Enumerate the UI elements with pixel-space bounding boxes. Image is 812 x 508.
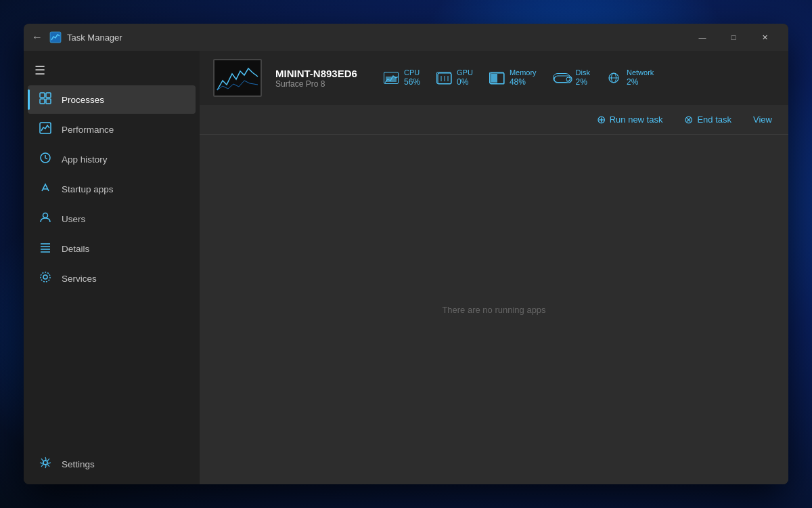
services-icon (39, 271, 52, 286)
metric-gpu: GPU 0% (436, 68, 473, 87)
details-icon (39, 241, 52, 256)
minimize-button[interactable]: — (687, 24, 718, 51)
cpu-value: 56% (404, 77, 420, 87)
sidebar-item-users[interactable]: Users (28, 205, 196, 233)
settings-icon (39, 457, 52, 471)
sidebar-item-app-history[interactable]: App history (28, 145, 196, 173)
performance-label: Performance (62, 125, 114, 135)
startup-icon (39, 182, 52, 196)
app-history-icon (39, 152, 52, 167)
cpu-mini-graph (384, 72, 399, 84)
sidebar-item-services[interactable]: Services (28, 264, 196, 293)
empty-message: There are no running apps (442, 305, 545, 315)
disk-value: 2% (576, 77, 590, 87)
startup-apps-label: Startup apps (62, 184, 114, 194)
users-icon (39, 211, 52, 226)
cpu-text: CPU 56% (404, 68, 420, 87)
svg-point-8 (43, 213, 48, 218)
disk-text: Disk 2% (576, 68, 590, 87)
metric-network: Network 2% (606, 68, 654, 87)
computer-info: MININT-N893ED6 Surface Pro 8 (275, 68, 370, 89)
window-controls: — □ ✕ (687, 24, 780, 51)
view-label: View (753, 114, 772, 125)
gpu-value: 0% (457, 77, 473, 87)
processes-icon (39, 92, 52, 107)
hamburger-button[interactable]: ☰ (24, 56, 200, 85)
computer-model: Surface Pro 8 (275, 79, 370, 89)
run-new-task-icon: ⊕ (597, 113, 606, 126)
svg-rect-4 (46, 99, 51, 104)
svg-rect-3 (40, 99, 45, 104)
sidebar-bottom: Settings (24, 449, 200, 484)
maximize-button[interactable]: □ (718, 24, 749, 51)
network-text: Network 2% (627, 68, 654, 87)
window-body: ☰ Processes (24, 51, 788, 484)
metric-disk: Disk 2% (553, 68, 590, 87)
sidebar: ☰ Processes (24, 51, 200, 484)
svg-rect-2 (46, 93, 51, 98)
network-value: 2% (627, 77, 654, 87)
sidebar-item-settings[interactable]: Settings (28, 450, 196, 478)
end-task-label: End task (697, 114, 731, 125)
svg-point-14 (41, 272, 50, 282)
users-label: Users (62, 214, 85, 224)
settings-label: Settings (62, 459, 95, 469)
sidebar-item-processes[interactable]: Processes (28, 85, 196, 114)
metric-memory: Memory 48% (489, 68, 537, 87)
minimize-icon: — (699, 33, 706, 41)
performance-icon (39, 122, 52, 137)
metric-cpu: CPU 56% (384, 68, 420, 87)
sidebar-item-startup-apps[interactable]: Startup apps (28, 175, 196, 203)
app-history-label: App history (62, 154, 108, 165)
view-button[interactable]: View (748, 112, 777, 127)
window-title: Task Manager (67, 33, 687, 43)
processes-label: Processes (62, 95, 104, 105)
sidebar-item-performance[interactable]: Performance (28, 115, 196, 144)
main-content: MININT-N893ED6 Surface Pro 8 CPU 56% (200, 51, 788, 484)
computer-name: MININT-N893ED6 (275, 68, 370, 79)
svg-rect-23 (554, 76, 572, 83)
computer-thumbnail (213, 59, 262, 97)
svg-rect-16 (215, 60, 261, 96)
end-task-button[interactable]: ⊗ End task (679, 110, 737, 129)
memory-text: Memory 48% (510, 68, 537, 87)
back-button[interactable]: ← (32, 31, 43, 43)
maximize-icon: □ (731, 33, 736, 41)
task-manager-window: ← Task Manager — □ ✕ ☰ (24, 24, 788, 484)
disk-label: Disk (576, 68, 590, 77)
svg-point-13 (43, 275, 47, 279)
services-label: Services (62, 274, 97, 284)
memory-value: 48% (510, 77, 537, 87)
toolbar: ⊕ Run new task ⊗ End task View (200, 105, 788, 135)
gpu-label: GPU (457, 68, 473, 77)
content-area: There are no running apps (200, 135, 788, 484)
gpu-mini-graph (436, 72, 451, 84)
svg-point-24 (566, 77, 570, 81)
svg-rect-1 (40, 93, 45, 98)
network-mini-graph (606, 72, 621, 84)
cpu-label: CPU (404, 68, 420, 77)
computer-header: MININT-N893ED6 Surface Pro 8 CPU 56% (200, 51, 788, 105)
disk-mini-graph (553, 73, 570, 83)
close-button[interactable]: ✕ (749, 24, 780, 51)
sidebar-item-details[interactable]: Details (28, 234, 196, 263)
svg-rect-22 (491, 74, 497, 83)
gpu-text: GPU 0% (457, 68, 473, 87)
memory-label: Memory (510, 68, 537, 77)
end-task-icon: ⊗ (684, 113, 693, 126)
run-new-task-button[interactable]: ⊕ Run new task (591, 110, 669, 129)
details-label: Details (62, 244, 89, 254)
metrics-row: CPU 56% (384, 68, 775, 87)
run-new-task-label: Run new task (610, 114, 663, 125)
app-icon (49, 31, 62, 43)
network-label: Network (627, 68, 654, 77)
close-icon: ✕ (762, 33, 768, 42)
memory-mini-graph (489, 72, 504, 84)
titlebar: ← Task Manager — □ ✕ (24, 24, 788, 51)
